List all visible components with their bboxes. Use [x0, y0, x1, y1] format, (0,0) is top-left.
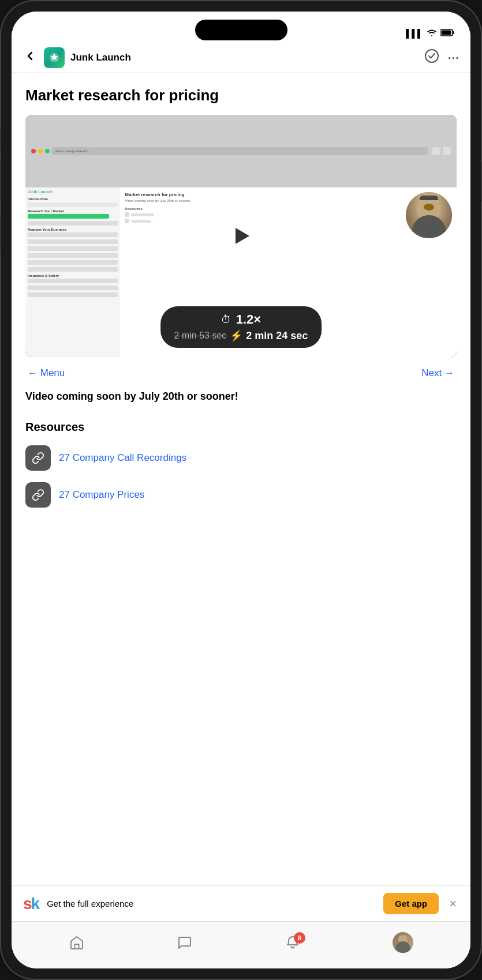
new-time: 2 min 24 sec — [246, 330, 308, 342]
resource-link-recordings[interactable]: 27 Company Call Recordings — [59, 452, 186, 464]
profile-avatar — [393, 932, 413, 953]
svg-point-4 — [425, 50, 438, 62]
video-container[interactable]: skool.com/junklaunch Junk Lau — [25, 115, 457, 357]
chat-icon — [177, 934, 193, 951]
get-app-button[interactable]: Get app — [383, 893, 439, 914]
svg-rect-2 — [453, 31, 454, 34]
resource-item-prices[interactable]: 27 Company Prices — [25, 482, 457, 508]
link-icon-recordings — [25, 445, 51, 471]
volume-down-button — [0, 213, 1, 254]
wifi-icon — [427, 28, 437, 38]
video-inner-title: Market research for pricing — [125, 192, 452, 197]
svg-rect-1 — [442, 30, 451, 35]
status-icons: ▌▌▌ — [406, 28, 454, 38]
menu-button[interactable]: ← Menu — [28, 367, 65, 379]
resources-section: Resources 27 Company Call Recordings — [25, 420, 457, 508]
mute-button — [0, 127, 1, 150]
content-scroll[interactable]: Market research for pricing skool.com/ju… — [12, 73, 470, 885]
nav-title: Junk Launch — [70, 52, 417, 63]
resource-link-prices[interactable]: 27 Company Prices — [59, 489, 144, 501]
volume-up-button — [0, 162, 1, 202]
lightning-icon: ⚡ — [230, 329, 242, 342]
coming-soon-text: Video coming soon by July 20th or sooner… — [25, 389, 457, 404]
resources-title: Resources — [25, 420, 457, 434]
tab-home[interactable] — [69, 934, 85, 951]
signal-icon: ▌▌▌ — [406, 29, 423, 38]
presenter-avatar — [406, 192, 452, 238]
bottom-banner: sk Get the full experience Get app × — [12, 885, 470, 921]
back-button[interactable] — [23, 49, 37, 66]
video-inner-sub: Video coming soon by July 20th or sooner… — [125, 199, 452, 202]
sk-s-letter: s — [23, 895, 31, 913]
tab-chat[interactable] — [177, 934, 193, 951]
play-triangle-icon — [236, 228, 249, 244]
battery-icon — [440, 29, 454, 38]
dynamic-island — [195, 20, 287, 40]
next-button[interactable]: Next → — [421, 367, 454, 379]
nav-header: Junk Launch ⋯ — [12, 43, 470, 73]
more-button[interactable]: ⋯ — [447, 51, 459, 65]
banner-close-button[interactable]: × — [447, 894, 459, 914]
link-icon-prices — [25, 482, 51, 508]
app-logo — [44, 47, 65, 68]
speed-value: 1.2× — [236, 312, 261, 327]
sk-logo: sk — [23, 896, 39, 912]
home-icon — [69, 934, 85, 951]
original-time: 2 min 53 sec — [174, 331, 227, 341]
banner-text: Get the full experience — [47, 899, 375, 908]
tab-profile[interactable] — [393, 932, 413, 953]
speed-indicator: ⏱ 1.2× 2 min 53 sec ⚡ 2 min 24 sec — [160, 306, 322, 348]
speed-clock-icon: ⏱ — [221, 314, 231, 326]
page-title: Market research for pricing — [25, 87, 457, 104]
tab-notifications[interactable]: 8 — [285, 934, 301, 951]
notification-badge: 8 — [294, 932, 305, 944]
lesson-navigation: ← Menu Next → — [25, 357, 457, 389]
check-icon[interactable] — [424, 48, 439, 67]
resource-item-recordings[interactable]: 27 Company Call Recordings — [25, 445, 457, 471]
phone-frame: ▌▌▌ — [0, 0, 482, 980]
play-button[interactable] — [221, 216, 261, 256]
phone-screen: ▌▌▌ — [12, 12, 470, 968]
sk-k-letter: k — [31, 895, 39, 913]
tab-bar: 8 — [12, 921, 470, 968]
